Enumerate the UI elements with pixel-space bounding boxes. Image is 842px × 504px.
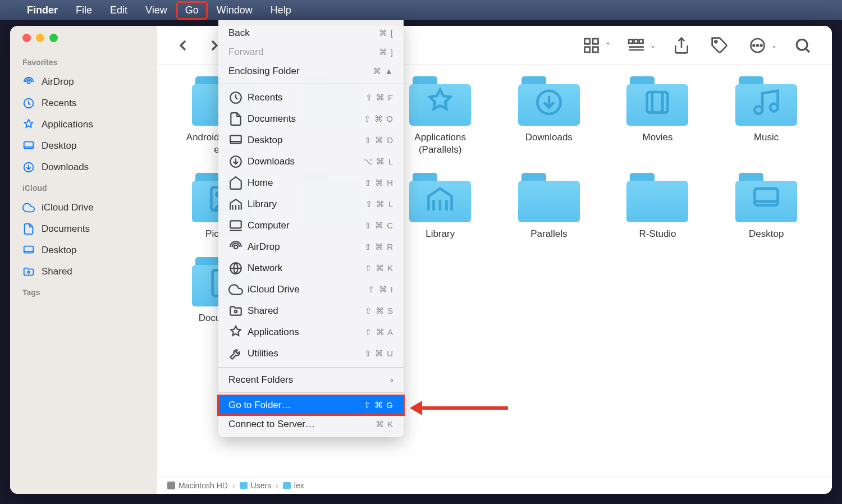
- sidebar-item-desktop[interactable]: Desktop: [10, 135, 157, 157]
- folder-item[interactable]: Movies: [609, 76, 707, 156]
- group-button[interactable]: ⌄: [624, 36, 656, 54]
- airdrop-icon: [228, 240, 243, 254]
- menu-shortcut: ⇧ ⌘ H: [364, 178, 393, 188]
- folder-icon: [409, 173, 471, 222]
- svg-point-21: [757, 44, 758, 46]
- sidebar-item-documents[interactable]: Documents: [10, 218, 157, 240]
- svg-point-23: [761, 44, 762, 46]
- sidebar-header: Tags: [10, 282, 157, 301]
- folder-icon: [735, 173, 797, 222]
- sidebar-item-icloud-drive[interactable]: iCloud Drive: [10, 197, 157, 218]
- menu-item-applications[interactable]: Applications⇧ ⌘ A: [218, 322, 404, 343]
- folder-item[interactable]: Desktop: [717, 173, 815, 240]
- shared-icon: [22, 265, 35, 278]
- menu-file[interactable]: File: [68, 2, 100, 19]
- menu-item-library[interactable]: Library⇧ ⌘ L: [218, 194, 404, 215]
- folder-icon: [518, 173, 580, 222]
- network-icon: [228, 261, 243, 276]
- menu-item-recents[interactable]: Recents⇧ ⌘ F: [218, 87, 404, 108]
- path-bar: Macintosh HD › Users › lex: [157, 476, 832, 494]
- folder-item[interactable]: Applications (Parallels): [391, 76, 489, 156]
- sidebar-item-desktop[interactable]: Desktop: [10, 240, 157, 261]
- download-icon: [22, 161, 35, 173]
- menu-item-shared[interactable]: Shared⇧ ⌘ S: [218, 300, 404, 322]
- traffic-lights: [10, 34, 157, 52]
- menu-item-enclosing-folder[interactable]: Enclosing Folder⌘ ▲: [218, 62, 404, 81]
- folder-label: Music: [754, 131, 779, 144]
- back-button[interactable]: [174, 36, 192, 54]
- menu-go[interactable]: Go: [177, 2, 207, 19]
- menu-item-label: Utilities: [248, 348, 364, 359]
- path-seg-user[interactable]: lex: [283, 481, 304, 490]
- folder-item[interactable]: Library: [391, 173, 489, 240]
- folder-icon: [626, 173, 688, 222]
- path-seg-users[interactable]: Users: [240, 481, 272, 490]
- menu-shortcut: ⇧ ⌘ L: [365, 199, 393, 209]
- menu-shortcut: ⌘ ]: [379, 47, 393, 57]
- menu-item-utilities[interactable]: Utilities⇧ ⌘ U: [218, 343, 404, 364]
- menu-item-recent-folders[interactable]: Recent Folders›: [218, 370, 404, 390]
- menu-item-connect-to-server-[interactable]: Connect to Server…⌘ K: [218, 415, 404, 434]
- svg-point-19: [715, 40, 717, 43]
- menu-item-label: Forward: [228, 47, 379, 58]
- menu-separator: [218, 84, 404, 84]
- menu-item-label: Desktop: [248, 135, 364, 146]
- minimize-button[interactable]: [36, 34, 44, 42]
- menu-help[interactable]: Help: [263, 2, 299, 19]
- view-mode-button[interactable]: ⌃: [579, 36, 611, 54]
- sidebar-item-airdrop[interactable]: AirDrop: [10, 71, 157, 93]
- folder-item[interactable]: R-Studio: [609, 173, 707, 240]
- app-name[interactable]: Finder: [19, 2, 66, 19]
- fullscreen-button[interactable]: [49, 34, 58, 42]
- path-seg-root[interactable]: Macintosh HD: [167, 481, 228, 490]
- path-separator: ›: [232, 481, 235, 490]
- menu-separator: [218, 367, 404, 368]
- menu-view[interactable]: View: [138, 2, 175, 19]
- folder-item[interactable]: Music: [717, 76, 815, 156]
- computer-icon: [228, 218, 243, 233]
- menu-shortcut: ⌥ ⌘ L: [363, 157, 393, 167]
- close-button[interactable]: [22, 34, 31, 42]
- folder-item[interactable]: Downloads: [500, 76, 598, 156]
- sidebar-item-label: Downloads: [42, 162, 89, 173]
- share-button[interactable]: [669, 36, 694, 54]
- sidebar-header: iCloud: [10, 178, 157, 197]
- sidebar-item-downloads[interactable]: Downloads: [10, 157, 157, 178]
- menu-item-documents[interactable]: Documents⇧ ⌘ O: [218, 108, 404, 130]
- menu-item-icloud-drive[interactable]: iCloud Drive⇧ ⌘ I: [218, 279, 404, 300]
- menu-item-downloads[interactable]: Downloads⌥ ⌘ L: [218, 151, 404, 172]
- menu-item-network[interactable]: Network⇧ ⌘ K: [218, 258, 404, 279]
- search-button[interactable]: [790, 36, 815, 54]
- sidebar-item-label: Documents: [42, 223, 90, 235]
- menu-item-computer[interactable]: Computer⇧ ⌘ C: [218, 215, 404, 236]
- svg-rect-11: [585, 47, 590, 52]
- menu-edit[interactable]: Edit: [102, 2, 135, 19]
- menu-window[interactable]: Window: [209, 2, 260, 19]
- home-icon: [228, 176, 243, 190]
- menu-item-desktop[interactable]: Desktop⇧ ⌘ D: [218, 130, 404, 151]
- menu-item-airdrop[interactable]: AirDrop⇧ ⌘ R: [218, 236, 404, 258]
- tag-button[interactable]: [707, 36, 732, 54]
- menu-item-back[interactable]: Back⌘ [: [218, 24, 404, 43]
- menu-item-label: Recent Folders: [228, 374, 390, 386]
- sidebar-item-shared[interactable]: Shared: [10, 261, 157, 282]
- desktop-icon: [228, 133, 243, 148]
- svg-point-0: [27, 80, 30, 84]
- menu-item-go-to-folder-[interactable]: Go to Folder…⇧ ⌘ G: [218, 396, 404, 415]
- menu-shortcut: ⇧ ⌘ G: [364, 400, 393, 410]
- action-button[interactable]: ⌄: [745, 36, 777, 54]
- sidebar-item-applications[interactable]: Applications: [10, 114, 157, 135]
- svg-line-25: [806, 48, 809, 52]
- menu-shortcut: ⌘ [: [379, 28, 393, 38]
- utilities-icon: [228, 346, 243, 361]
- cloud-icon: [22, 201, 35, 214]
- menu-item-home[interactable]: Home⇧ ⌘ H: [218, 172, 404, 194]
- folder-label: Movies: [643, 131, 673, 144]
- sidebar-item-recents[interactable]: Recents: [10, 93, 157, 114]
- folder-label: Downloads: [525, 131, 573, 144]
- menu-item-label: Computer: [248, 220, 364, 231]
- svg-rect-14: [634, 39, 638, 43]
- folder-item[interactable]: Parallels: [500, 173, 598, 240]
- folder-label: Library: [425, 228, 455, 240]
- menu-shortcut: ⌘ K: [376, 419, 393, 429]
